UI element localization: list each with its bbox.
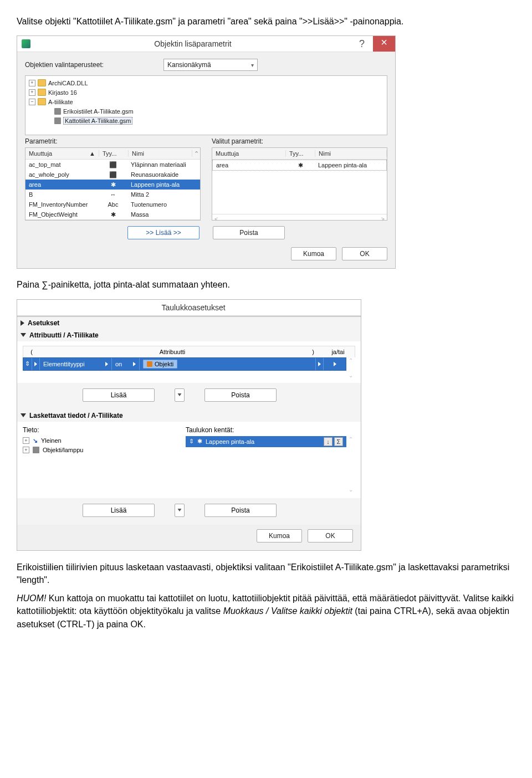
app-icon <box>22 39 30 48</box>
tree-label: Kattotiilet A-Tiilikate.gsm <box>63 117 132 125</box>
col-tyyppi: Tyy... <box>99 150 129 157</box>
criteria-value: Kansionäkymä <box>167 61 211 69</box>
criteria-combo[interactable]: Kansionäkymä ▾ <box>163 59 258 71</box>
scrollbar[interactable]: ⌃⌄ <box>346 436 355 497</box>
attribute-rule-row[interactable]: ⇕ Elementtityyppi on Objekti <box>23 357 346 371</box>
ok-button[interactable]: OK <box>342 247 387 260</box>
section-asetukset[interactable]: Asetukset <box>17 317 361 329</box>
expander-icon[interactable]: + <box>29 80 35 86</box>
expander-icon[interactable]: − <box>29 99 35 105</box>
folder-icon <box>38 89 46 96</box>
section-attribuutti[interactable]: Attribuutti / A-Tiilikate <box>17 329 361 341</box>
sum-button[interactable]: Σ <box>334 437 343 446</box>
scrollbar[interactable]: ⌃⌄ <box>346 357 355 378</box>
huom-label: HUOM! <box>17 593 49 603</box>
table-row: FM_ObjectWeight✱Massa <box>25 209 200 219</box>
add-button[interactable]: >> Lisää >> <box>127 226 200 239</box>
dropdown-caret[interactable] <box>175 388 185 402</box>
object-icon <box>33 447 39 453</box>
chevron-right-icon <box>105 362 108 366</box>
object-tree[interactable]: +ArchiCAD.DLL +Kirjasto 16 −A-tiilikate … <box>25 75 387 135</box>
expander-icon[interactable]: + <box>29 89 35 96</box>
parameters-table[interactable]: Muuttuja▲ Tyy... Nimi ⌃ ac_top_mat⬛Yläpi… <box>25 147 201 221</box>
object-icon <box>147 361 152 367</box>
rule-value-chip: Objekti <box>143 360 177 368</box>
tree-label: Yleinen <box>41 437 62 444</box>
taulukon-kentat-label: Taulukon kentät: <box>186 426 355 434</box>
sort-button[interactable]: ↓ <box>324 437 332 446</box>
tree-label: Erikoistiilet A-Tiilikate.gsm <box>63 108 134 115</box>
table-row-selected: area✱Lappeen pinta-ala <box>25 180 200 190</box>
expander-icon[interactable]: + <box>23 447 29 453</box>
screenshot-dialog-objektin-lisaparametrit: Objektin lisäparametrit ? × Objektien va… <box>17 35 396 269</box>
sort-asc-icon: ▲ <box>89 150 95 157</box>
section-laskettavat[interactable]: Laskettavat tiedot / A-Tiilikate <box>17 410 361 422</box>
col-muuttuja: Muuttuja <box>212 150 286 157</box>
folder-icon <box>38 98 46 105</box>
chevron-right-icon <box>21 320 24 326</box>
dialog-title: Objektin lisäparametrit <box>35 39 351 48</box>
criteria-label: Objektien valintaperusteet: <box>25 61 163 69</box>
table-row: ac_whole_poly⬛Reunasuorakaide <box>25 170 200 180</box>
outro-menu-path: Muokkaus / Valitse kaikki objektit <box>223 606 352 616</box>
rule-op: on <box>115 361 122 367</box>
drag-handle-icon[interactable]: ⇕ <box>23 358 32 370</box>
selected-params-label: Valitut parametrit: <box>212 137 387 145</box>
remove-button[interactable]: Poista <box>213 226 285 239</box>
remove-field-button[interactable]: Poista <box>204 504 277 517</box>
attr-columns-header: ( Attribuutti ) ja/tai <box>23 346 355 357</box>
chevron-right-icon <box>34 362 37 366</box>
remove-criteria-button[interactable]: Poista <box>204 388 277 402</box>
tree-node: +Objekti/lamppu <box>23 446 176 455</box>
close-button[interactable]: × <box>373 36 395 52</box>
chevron-right-icon <box>133 362 136 366</box>
asterisk-icon: ✱ <box>197 438 202 445</box>
field-label: Lappeen pinta-ala <box>206 438 254 445</box>
tree-label: ArchiCAD.DLL <box>48 80 88 86</box>
dropdown-caret[interactable] <box>175 504 185 517</box>
paragraph-intro-1: Valitse objekti "Kattotiilet A-Tiilikate… <box>17 16 515 28</box>
expander-icon[interactable]: + <box>23 437 29 444</box>
paragraph-intro-2: Paina ∑-painiketta, jotta pinta-alat sum… <box>17 279 515 291</box>
tree-node-selected: Kattotiilet A-Tiilikate.gsm <box>29 116 383 125</box>
tree-node: +ArchiCAD.DLL <box>29 78 383 88</box>
table-row: FM_InventoryNumberAbcTuotenumero <box>25 199 200 209</box>
selected-params-table[interactable]: Muuttuja Tyy... Nimi area✱Lappeen pinta-… <box>212 147 387 221</box>
col-nimi: Nimi <box>315 150 387 157</box>
chevron-down-icon: ▾ <box>251 62 254 68</box>
tieto-tree[interactable]: +↘Yleinen +Objekti/lamppu <box>23 436 176 497</box>
object-icon <box>54 108 61 115</box>
tree-node: Erikoistiilet A-Tiilikate.gsm <box>29 106 383 116</box>
titlebar: Objektin lisäparametrit ? × <box>17 36 395 52</box>
add-field-button[interactable]: Lisää <box>83 504 155 517</box>
tree-node: +Kirjasto 16 <box>29 88 383 97</box>
table-row: area✱Lappeen pinta-ala <box>213 160 386 170</box>
table-header: Muuttuja▲ Tyy... Nimi ⌃ <box>25 148 200 160</box>
dialog-title: Taulukkoasetukset <box>26 303 361 312</box>
tree-label: A-tiilikate <box>48 99 73 105</box>
help-button[interactable]: ? <box>351 36 373 52</box>
tree-label: Objekti/lamppu <box>43 447 83 453</box>
col-nimi: Nimi <box>129 150 192 157</box>
object-icon <box>54 117 61 124</box>
tree-node: +↘Yleinen <box>23 436 176 446</box>
rule-field: Elementtityyppi <box>43 361 85 367</box>
ok-button[interactable]: OK <box>308 529 353 542</box>
cancel-button[interactable]: Kumoa <box>257 529 302 542</box>
col-tyyppi: Tyy... <box>286 150 315 157</box>
taulukon-kentat-list[interactable]: ⇕ ✱ Lappeen pinta-ala ↓ Σ <box>186 436 346 497</box>
chevron-right-icon <box>318 362 321 366</box>
col-muuttuja: Muuttuja <box>29 150 52 157</box>
tree-label: Kirjasto 16 <box>48 89 77 96</box>
parameters-label: Parametrit: <box>25 137 201 145</box>
table-row: ac_top_mat⬛Yläpinnan materiaali <box>25 160 200 170</box>
cancel-button[interactable]: Kumoa <box>291 247 336 260</box>
tieto-label: Tieto: <box>23 426 176 434</box>
add-criteria-button[interactable]: Lisää <box>83 388 155 402</box>
screenshot-dialog-taulukkoasetukset: Taulukkoasetukset Asetukset Attribuutti … <box>17 299 361 551</box>
table-header: Muuttuja Tyy... Nimi <box>212 148 387 160</box>
chevron-right-icon <box>334 362 336 366</box>
paragraph-outro-1: Erikoistiilien tiilirivien pituus lasket… <box>17 561 515 586</box>
chevron-down-icon <box>21 333 26 337</box>
tree-node: −A-tiilikate <box>29 97 383 106</box>
